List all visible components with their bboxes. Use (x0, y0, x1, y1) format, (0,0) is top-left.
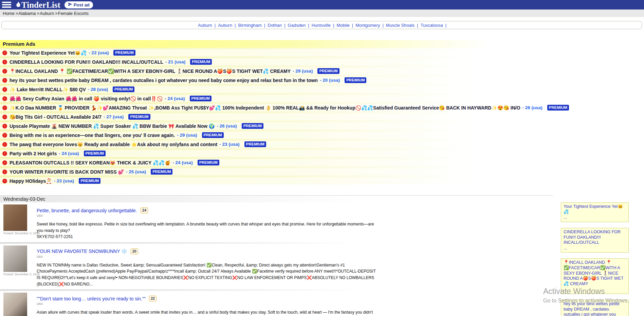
listing-thumbnail[interactable] (3, 293, 27, 316)
breadcrumb-link[interactable]: Auburn (40, 11, 54, 16)
premium-ad-meta: - 22 (usa) (89, 50, 109, 55)
breadcrumb-item: Home> (3, 11, 18, 16)
premium-ad-meta: - 26 (usa) (217, 123, 237, 129)
listing-location: USA (37, 214, 376, 217)
post-ad-label: Post ad (74, 2, 90, 7)
city-nav-item: Dothan| (266, 23, 286, 28)
premium-ads-title: Premium Ads (3, 41, 35, 47)
premium-ad-row[interactable]: ↑ 📍INCALL OAKLAND 📍 ✅FACETIME/CAR✅WITH A… (0, 67, 644, 75)
city-nav-item: Mobile| (335, 23, 354, 28)
sidebar-ad-more: ... (564, 287, 626, 293)
city-link[interactable]: Montgomery (355, 23, 380, 28)
premium-ad-row[interactable]: ↑ Your Tightest Experience Yet🐱💦 - 22 (u… (0, 49, 644, 56)
city-link[interactable]: Mobile (336, 23, 349, 28)
premium-badge: PREMIUM (84, 151, 106, 156)
premium-ad-title[interactable]: The pawg that everyone loves😼 Ready and … (10, 142, 217, 147)
premium-ad-title[interactable]: ✨K.O Daa NUMBER 🏅 PROVIDER 💃✨💕AMAZING Th… (10, 105, 520, 111)
sidebar-ad-box[interactable]: Your Tightest Experience Yet🐱💦 ... (561, 202, 629, 222)
city-separator: | (215, 23, 216, 28)
city-separator: | (308, 23, 309, 28)
premium-ad-title[interactable]: PLEASANTON OUTCALLS !! SEXY KOREAN😻 THIC… (10, 160, 170, 165)
premium-ad-title[interactable]: ✨ Lake Merritt INCALL✨ $80 QV (10, 87, 86, 92)
listing-contact: SKYE702-577-2251 (37, 234, 376, 240)
sidebar-ad-box[interactable]: 📍INCALL OAKLAND 📍✅FACETIME/CAR✅WITH A SE… (561, 258, 629, 294)
premium-ad-row[interactable]: ↑ 😘Big Tits Girl - OUTCALL Available 24/… (0, 113, 644, 120)
premium-ads-list: ↑ Your Tightest Experience Yet🐱💦 - 22 (u… (0, 48, 644, 184)
premium-ad-title[interactable]: CINDERELLA LOOKING FOR FUN!!! OAKLAND!!!… (10, 59, 163, 65)
premium-ad-title[interactable]: Your Tightest Experience Yet🐱💦 (10, 50, 87, 56)
premium-ad-title[interactable]: 🌺🌺 Sexy CuRvy Asian 🌺🌺 in call 🍑 visitin… (10, 96, 163, 101)
listing-title-link[interactable]: YOUR NEW FAVORITE SNOWBUNNY ❄️ (37, 249, 127, 254)
premium-ad-meta: - 29 (usa) (177, 133, 197, 138)
breadcrumb-link[interactable]: Home (3, 11, 15, 16)
premium-ads-header: Premium Ads (0, 40, 644, 48)
city-nav-item: Birmingham| (237, 23, 266, 28)
premium-ad-row[interactable]: ↑ YOUR WINTER FAVORITE IS BACK DONT MISS… (0, 168, 644, 175)
up-arrow-icon: ↑ (2, 87, 7, 92)
sidebar-ad-box[interactable]: CINDERELLA LOOKING FOR FUN!!! OAKLAND!!!… (561, 228, 629, 253)
up-arrow-icon: ↑ (2, 60, 7, 64)
city-link[interactable]: Gadsden (288, 23, 306, 28)
posted-date: Posted: December 3, 2025 (3, 273, 28, 276)
hamburger-menu-icon[interactable] (2, 2, 11, 8)
premium-ad-row[interactable]: ↑ Happy HOlidays🎅 - 23 (usa) PREMIUM (0, 177, 644, 184)
premium-ad-title[interactable]: Being with me is an experience—one that … (10, 133, 175, 138)
listing-location: USA (37, 302, 376, 305)
city-link[interactable]: Birmingham (238, 23, 262, 28)
city-link[interactable]: Muscle Shoals (386, 23, 415, 28)
premium-ad-title[interactable]: hey its your best wettes petite baby DRE… (10, 78, 318, 83)
listing-thumbnail[interactable] (3, 204, 27, 231)
premium-ad-row[interactable]: ↑ 🌺🌺 Sexy CuRvy Asian 🌺🌺 in call 🍑 visit… (0, 95, 644, 102)
listing-thumbnail[interactable] (3, 245, 27, 272)
premium-badge: PREMIUM (244, 141, 266, 147)
listing-title-link[interactable]: Petite, brunette, and dangerously unforg… (37, 208, 137, 213)
premium-ad-title[interactable]: Upscale Playmate 🌋 NEW NUMBER 💦 Super So… (10, 123, 215, 129)
listing-content: Petite, brunette, and dangerously unforg… (37, 204, 376, 240)
premium-ad-row[interactable]: ↑ ✨ Lake Merritt INCALL✨ $80 QV - 28 (us… (0, 86, 644, 93)
up-arrow-icon: ↑ (2, 160, 7, 165)
sidebar-ad-link[interactable]: CINDERELLA LOOKING FOR FUN!!! OAKLAND!!!… (564, 230, 621, 245)
premium-ad-title[interactable]: Happy HOlidays🎅 (10, 178, 52, 184)
breadcrumb-link[interactable]: Alabama (18, 11, 36, 16)
premium-ad-row[interactable]: ↑ Upscale Playmate 🌋 NEW NUMBER 💦 Super … (0, 122, 644, 130)
premium-ad-title[interactable]: Party with 2 Hot girls (10, 151, 57, 156)
listing-title-link[interactable]: ""Don't stare too long… unless you're re… (37, 296, 146, 301)
city-nav-item: Tuscaloosa| (419, 23, 447, 28)
premium-ad-meta: - 27 (usa) (104, 114, 124, 119)
breadcrumb-separator: > (55, 11, 58, 16)
age-badge: 24 (141, 208, 148, 213)
city-nav: Auburn| Auburn| Birmingham| Dothan| Gads… (1, 21, 642, 29)
premium-ad-row[interactable]: ↑ PLEASANTON OUTCALLS !! SEXY KOREAN😻 TH… (0, 159, 644, 166)
premium-ad-meta: - 23 (usa) (54, 178, 74, 183)
premium-ad-meta: - 24 (usa) (59, 151, 79, 156)
city-link[interactable]: Huntsville (312, 23, 331, 28)
brand-logo[interactable]: TinderList (15, 0, 60, 9)
premium-ad-row[interactable]: ↑ ✨K.O Daa NUMBER 🏅 PROVIDER 💃✨💕AMAZING … (0, 104, 644, 111)
city-link[interactable]: Auburn (218, 23, 232, 28)
sidebar-ad-link[interactable]: 📍INCALL OAKLAND 📍✅FACETIME/CAR✅WITH A SE… (564, 260, 624, 286)
up-arrow-icon: ↑ (2, 78, 7, 83)
top-navbar: TinderList Post ad (0, 0, 644, 9)
city-link[interactable]: Auburn (198, 23, 212, 28)
up-arrow-icon: ↑ (2, 115, 7, 119)
premium-ad-row[interactable]: ↑ The pawg that everyone loves😼 Ready an… (0, 141, 644, 148)
listing-location: USA (37, 255, 376, 258)
premium-ad-title[interactable]: 😘Big Tits Girl - OUTCALL Available 24/7 (10, 114, 102, 120)
premium-ad-title[interactable]: 📍INCALL OAKLAND 📍 ✅FACETIME/CAR✅WITH A S… (10, 68, 291, 74)
post-ad-button[interactable]: Post ad (65, 1, 93, 8)
sidebar-ad-link[interactable]: hey its your best wettes petite baby DRE… (564, 301, 625, 316)
city-link[interactable]: Tuscaloosa (421, 23, 443, 28)
city-separator: | (352, 23, 353, 28)
premium-ad-row[interactable]: ↑ Party with 2 Hot girls - 24 (usa) PREM… (0, 150, 644, 157)
premium-ad-row[interactable]: ↑ hey its your best wettes petite baby D… (0, 77, 644, 84)
up-arrow-icon: ↑ (2, 69, 7, 74)
sidebar-ad-box[interactable]: hey its your best wettes petite baby DRE… (561, 300, 629, 316)
sidebar-ad-link[interactable]: Your Tightest Experience Yet🐱💦 (564, 204, 623, 214)
premium-ad-row[interactable]: ↑ CINDERELLA LOOKING FOR FUN!!! OAKLAND!… (0, 58, 644, 65)
date-header: Wednesday-03-Dec (0, 195, 553, 202)
premium-ad-title[interactable]: YOUR WINTER FAVORITE IS BACK DONT MISS 💕 (10, 169, 124, 175)
city-link[interactable]: Dothan (268, 23, 282, 28)
premium-ad-row[interactable]: ↑ Being with me is an experience—one tha… (0, 132, 644, 139)
up-arrow-icon: ↑ (2, 170, 7, 174)
breadcrumb-link[interactable]: Female Escorts (58, 11, 89, 16)
